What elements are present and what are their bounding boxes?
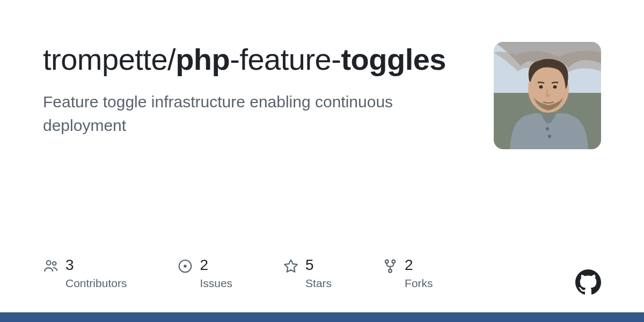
svg-point-10 — [184, 265, 187, 268]
repo-name-bold1[interactable]: php — [175, 42, 230, 76]
stat-forks[interactable]: 2 Forks — [382, 257, 433, 290]
repo-title: trompette/php-feature-toggles — [43, 42, 472, 77]
stat-contributors[interactable]: 3 Contributors — [43, 257, 127, 290]
repo-name-bold2[interactable]: toggles — [341, 42, 446, 76]
repo-owner[interactable]: trompette — [43, 42, 167, 76]
stat-stars[interactable]: 5 Stars — [283, 257, 332, 290]
issues-label: Issues — [200, 277, 232, 290]
forks-label: Forks — [405, 277, 433, 290]
repo-description: Feature toggle infrastructure enabling c… — [43, 90, 472, 137]
stats-row: 3 Contributors 2 Issues 5 Stars — [43, 257, 433, 290]
svg-point-4 — [553, 85, 557, 89]
issue-opened-icon — [177, 258, 193, 274]
svg-point-7 — [47, 261, 51, 265]
bottom-accent-bar — [0, 312, 644, 322]
stars-label: Stars — [305, 277, 332, 290]
avatar[interactable] — [494, 42, 601, 149]
svg-point-13 — [389, 269, 392, 273]
svg-point-5 — [546, 127, 549, 130]
repo-name-mid[interactable]: -feature- — [230, 42, 341, 76]
contributors-count: 3 — [65, 257, 127, 274]
contributors-label: Contributors — [65, 277, 127, 290]
github-logo-icon[interactable] — [575, 269, 601, 295]
svg-point-8 — [53, 262, 56, 266]
slash-separator: / — [167, 42, 175, 76]
svg-point-6 — [548, 135, 551, 138]
people-icon — [43, 258, 59, 274]
star-icon — [283, 258, 299, 274]
svg-point-11 — [385, 260, 389, 263]
issues-count: 2 — [200, 257, 232, 274]
svg-point-12 — [392, 260, 395, 263]
avatar-image — [494, 42, 601, 149]
fork-icon — [382, 258, 398, 274]
stars-count: 5 — [305, 257, 332, 274]
svg-point-3 — [539, 85, 543, 89]
stat-issues[interactable]: 2 Issues — [177, 257, 232, 290]
forks-count: 2 — [405, 257, 433, 274]
